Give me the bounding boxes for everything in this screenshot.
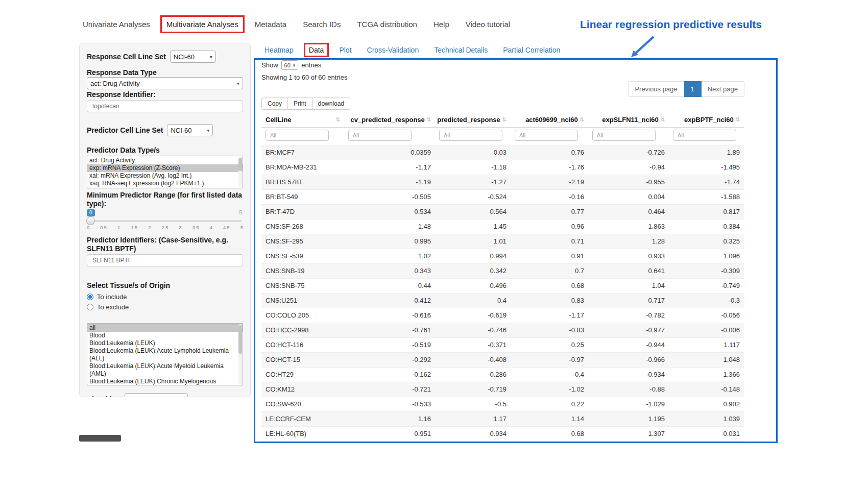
sort-icon[interactable]: ⇅ (735, 116, 740, 123)
column-header-expbptf-nci60[interactable]: expBPTF_nci60⇅ (669, 113, 744, 127)
sort-icon[interactable]: ⇅ (660, 116, 665, 123)
cell-value: 0.534 (344, 204, 435, 219)
filter-cell (588, 127, 669, 145)
cell-value: -0.83 (511, 323, 588, 337)
column-header-act609699-nci60[interactable]: act609699_nci60⇅ (511, 113, 588, 127)
listbox-option-act-drug-activity[interactable]: act: Drug Activity (87, 157, 243, 164)
filter-input-expslfn11-nci60[interactable] (592, 130, 656, 141)
radio-to-include-row[interactable]: To include (87, 291, 243, 302)
cell-value: -0.94 (588, 160, 669, 175)
column-header-cv-predicted-response[interactable]: cv_predicted_response⇅ (344, 113, 435, 127)
predictor-cell-line-value: NCI-60 (171, 127, 191, 134)
column-header-cellline[interactable]: CellLine⇅ (261, 113, 344, 127)
sort-icon[interactable]: ⇅ (502, 116, 507, 123)
download-button[interactable]: download (312, 97, 350, 110)
nav-item-video-tutorial[interactable]: Video tutorial (460, 15, 516, 33)
radio-to-exclude-row[interactable]: To exclude (87, 302, 243, 312)
cell-value: 0.817 (669, 204, 744, 219)
listbox-option-blood-leukemia-leuk-chronic-myelogenous-leukemia-cml[interactable]: Blood:Leukemia (LEUK):Chronic Myelogenou… (87, 378, 243, 385)
slider-ticks: 00.511.522.533.544.55 (87, 225, 243, 230)
cell-value: -0.5 (435, 397, 511, 411)
filter-cell (435, 127, 511, 145)
cell-value: 0.933 (588, 249, 669, 263)
slider-handle[interactable] (86, 216, 95, 225)
listbox-option-all[interactable]: all (87, 324, 243, 332)
tab-data[interactable]: Data (304, 43, 329, 57)
filter-input-predicted-response[interactable] (439, 130, 502, 141)
listbox-option-exp-mrna-expression-z-score[interactable]: exp: mRNA Expression (Z-Score) (87, 164, 243, 172)
predictor-cell-line-select[interactable]: NCI-60 ▾ (167, 124, 213, 136)
cell-value: -0.162 (344, 367, 435, 382)
top-nav: Univariate AnalysesMultivariate Analyses… (77, 15, 516, 33)
cell-value: -0.533 (344, 397, 435, 411)
scrollbar[interactable] (238, 324, 242, 384)
cell-line-name: BR:MCF7 (261, 145, 344, 160)
nav-item-search-ids[interactable]: Search IDs (297, 15, 347, 33)
slider-track[interactable] (88, 220, 242, 222)
sort-icon[interactable]: ⇅ (335, 116, 340, 123)
tab-cross-validation[interactable]: Cross-Validation (362, 43, 424, 57)
listbox-option-blood-leukemia-leuk-acute-myeloid-leukemia-aml[interactable]: Blood:Leukemia (LEUK):Acute Myeloid Leuk… (87, 362, 243, 378)
nav-item-help[interactable]: Help (427, 15, 455, 33)
scrollbar[interactable] (238, 157, 242, 187)
nav-item-tcga-distribution[interactable]: TCGA distribution (351, 15, 423, 33)
copy-button[interactable]: Copy (261, 97, 288, 110)
chevron-down-icon: ▾ (293, 63, 296, 68)
scrollbar-thumb[interactable] (238, 325, 242, 354)
cell-value: -0.309 (669, 263, 744, 278)
nav-item-univariate-analyses[interactable]: Univariate Analyses (77, 15, 156, 33)
previous-page-button[interactable]: Previous page (628, 81, 684, 97)
filter-input-cv-predicted-response[interactable] (348, 130, 412, 141)
column-header-expslfn11-nci60[interactable]: expSLFN11_nci60⇅ (588, 113, 669, 127)
cell-value: -0.505 (344, 189, 435, 204)
sort-icon[interactable]: ⇅ (426, 116, 431, 123)
page-number-button[interactable]: 1 (684, 81, 702, 97)
next-page-button[interactable]: Next page (702, 81, 744, 97)
listbox-option-xai-mrna-expression-avg-log2-int[interactable]: xai: mRNA Expression (Avg. log2 Int.) (87, 172, 243, 180)
print-button[interactable]: Print (288, 97, 312, 110)
nav-item-multivariate-analyses[interactable]: Multivariate Analyses (160, 15, 245, 33)
filter-input-cellline[interactable] (266, 130, 329, 141)
entries-per-page-select[interactable]: 60 ▾ (281, 60, 299, 70)
tab-plot[interactable]: Plot (334, 43, 356, 57)
cell-value: 1.863 (588, 219, 669, 234)
response-cell-line-select[interactable]: NCI-60 ▾ (170, 51, 216, 63)
slider-tick-1-5: 1.5 (131, 225, 138, 230)
cell-value: -0.944 (588, 337, 669, 352)
listbox-option-blood[interactable]: Blood (87, 332, 243, 339)
slider-max-label: 5 (239, 210, 242, 215)
listbox-option-blood-leukemia-leuk-acute-lymphoid-leukemia-all[interactable]: Blood:Leukemia (LEUK):Acute Lymphoid Leu… (87, 347, 243, 362)
filter-input-expbptf-nci60[interactable] (673, 130, 736, 141)
cell-value: -0.148 (669, 382, 744, 397)
cell-line-name: CNS:SF-268 (261, 219, 344, 234)
predictor-identifiers-input[interactable] (87, 254, 243, 266)
scrollbar-thumb[interactable] (238, 158, 242, 171)
sort-icon[interactable]: ⇅ (580, 116, 584, 123)
chevron-down-icon: ▾ (210, 54, 212, 60)
cell-value: 0.7 (511, 263, 588, 278)
filter-input-act609699-nci60[interactable] (515, 130, 578, 141)
cell-value: 0.76 (511, 145, 588, 160)
response-data-type-select[interactable]: act: Drug Activity ▾ (87, 77, 243, 89)
table-row: CNS:SNB-750.440.4960.681.04-0.749 (261, 278, 744, 293)
response-identifier-input[interactable] (87, 100, 243, 112)
nav-item-metadata[interactable]: Metadata (249, 15, 293, 33)
slider-tick-3-5: 3.5 (192, 225, 199, 230)
radio-to-include[interactable] (87, 294, 93, 300)
algorithm-select[interactable]: Linear Regression ▾ (125, 393, 188, 397)
filter-cell (669, 127, 744, 145)
listbox-option-blood-leukemia-leuk[interactable]: Blood:Leukemia (LEUK) (87, 339, 243, 347)
response-data-type-value: act: Drug Activity (90, 80, 140, 87)
predictor-data-type-listbox[interactable]: act: Drug Activityexp: mRNA Expression (… (87, 156, 243, 188)
listbox-option-xsq-rna-seq-expression-log2-fpkm-1[interactable]: xsq: RNA-seq Expression (log2 FPKM+1.) (87, 180, 243, 187)
radio-to-exclude[interactable] (87, 304, 93, 310)
tab-technical-details[interactable]: Technical Details (429, 43, 493, 57)
tab-partial-correlation[interactable]: Partial Correlation (498, 43, 565, 57)
tissue-origin-listbox[interactable]: allBloodBlood:Leukemia (LEUK)Blood:Leuke… (87, 323, 243, 385)
table-row: CO:COLO 205-0.616-0.619-1.17-0.782-0.056 (261, 308, 744, 323)
cell-value: -0.726 (588, 145, 669, 160)
export-button-group: CopyPrintdownload (261, 97, 350, 110)
column-header-predicted-response[interactable]: predicted_response⇅ (435, 113, 511, 127)
tab-heatmap[interactable]: Heatmap (259, 43, 299, 57)
cell-line-name: CO:KM12 (261, 382, 344, 397)
